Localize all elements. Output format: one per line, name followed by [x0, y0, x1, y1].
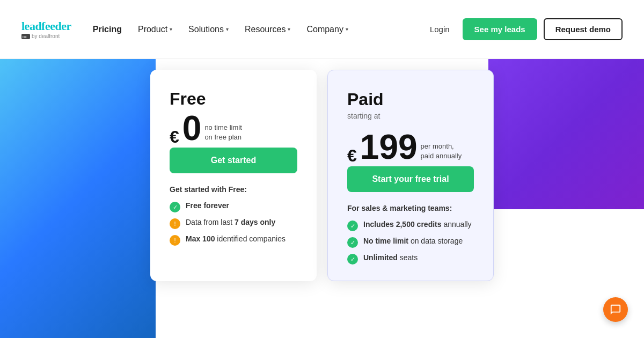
chevron-down-icon: ▾: [226, 26, 229, 32]
paid-cta-button[interactable]: Start your free trial: [347, 166, 474, 192]
warning-icon: !: [170, 218, 180, 229]
nav-actions: Login See my leads Request demo: [423, 18, 623, 40]
paid-features-title: For sales & marketing teams:: [347, 204, 474, 212]
bg-gradient-right: [488, 59, 644, 209]
login-button[interactable]: Login: [423, 20, 456, 38]
paid-price-amount: 199: [360, 130, 418, 164]
nav-link-resources[interactable]: Resources ▾: [245, 25, 290, 34]
logo-sub-brand: by dealfront: [32, 33, 60, 39]
list-item: ✓ Includes 2,500 credits annually: [347, 220, 474, 231]
paid-features-list: ✓ Includes 2,500 credits annually ✓ No t…: [347, 220, 474, 264]
request-demo-button[interactable]: Request demo: [544, 18, 623, 40]
free-price-currency: €: [170, 128, 179, 145]
list-item: ✓ No time limit on data storage: [347, 237, 474, 248]
chevron-down-icon: ▾: [170, 26, 172, 32]
nav-link-pricing[interactable]: Pricing: [93, 25, 122, 34]
nav-link-solutions[interactable]: Solutions ▾: [188, 25, 229, 34]
nav-link-company[interactable]: Company ▾: [306, 25, 348, 34]
free-plan-card: Free € 0 no time limit on free plan Get …: [150, 70, 317, 281]
paid-price-details: per month, paid annually: [421, 142, 462, 164]
free-plan-title: Free: [170, 89, 297, 109]
free-price-details: no time limit on free plan: [204, 123, 241, 145]
chat-icon: [610, 304, 621, 315]
check-icon: ✓: [170, 202, 180, 212]
free-price-amount: 0: [182, 111, 202, 145]
free-features-list: ✓ Free forever ! Data from last 7 days o…: [170, 201, 297, 246]
list-item: ! Max 100 identified companies: [170, 234, 297, 246]
paid-plan-subtitle: starting at: [347, 112, 474, 120]
logo-sub: DF by dealfront: [21, 33, 71, 39]
check-icon: ✓: [347, 221, 358, 231]
list-item: ✓ Unlimited seats: [347, 253, 474, 264]
navbar: leadfeeder DF by dealfront Pricing Produ…: [0, 0, 644, 59]
warning-icon: !: [170, 235, 180, 246]
paid-price-row: € 199 per month, paid annually: [347, 130, 474, 164]
see-my-leads-button[interactable]: See my leads: [463, 18, 537, 40]
check-icon: ✓: [347, 237, 358, 248]
check-icon: ✓: [347, 254, 358, 264]
paid-plan-title: Paid: [347, 90, 474, 109]
paid-price-currency: €: [347, 147, 357, 164]
paid-plan-card: Paid starting at € 199 per month, paid a…: [327, 70, 494, 281]
pricing-cards: Free € 0 no time limit on free plan Get …: [150, 70, 494, 281]
free-price-row: € 0 no time limit on free plan: [170, 111, 297, 145]
chevron-down-icon: ▾: [288, 26, 290, 32]
bg-gradient-left: [0, 59, 156, 338]
nav-links: Pricing Product ▾ Solutions ▾ Resources …: [93, 25, 423, 34]
chevron-down-icon: ▾: [346, 26, 348, 32]
svg-text:DF: DF: [23, 35, 27, 39]
logo-brand: leadfeeder: [21, 19, 71, 33]
logo: leadfeeder DF by dealfront: [21, 19, 71, 39]
free-features-title: Get started with Free:: [170, 185, 297, 194]
list-item: ! Data from last 7 days only: [170, 218, 297, 229]
main-content: Free € 0 no time limit on free plan Get …: [0, 59, 644, 338]
nav-link-product[interactable]: Product ▾: [138, 25, 172, 34]
chat-bubble-button[interactable]: [603, 297, 628, 322]
list-item: ✓ Free forever: [170, 201, 297, 212]
free-cta-button[interactable]: Get started: [170, 148, 297, 173]
dealfront-icon: DF: [21, 34, 30, 39]
